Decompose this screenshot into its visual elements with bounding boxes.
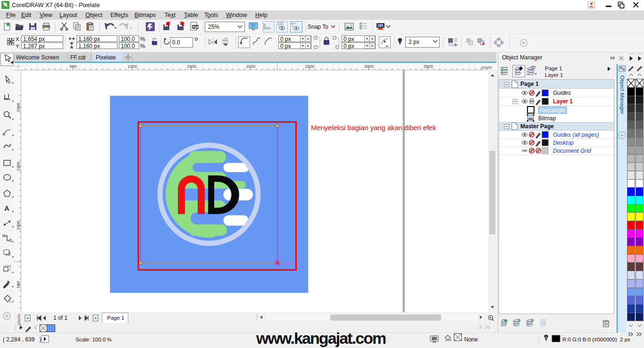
svg-text:node: node [284,261,293,265]
svg-text:PDF: PDF [192,25,200,29]
svg-text:A: A [4,204,9,212]
svg-text:Menyeleksi bagian yang akan di: Menyeleksi bagian yang akan diberi efek [311,124,436,132]
svg-text:2: 2 [513,323,514,325]
svg-text:3: 3 [527,73,528,75]
svg-text:3: 3 [526,323,527,325]
